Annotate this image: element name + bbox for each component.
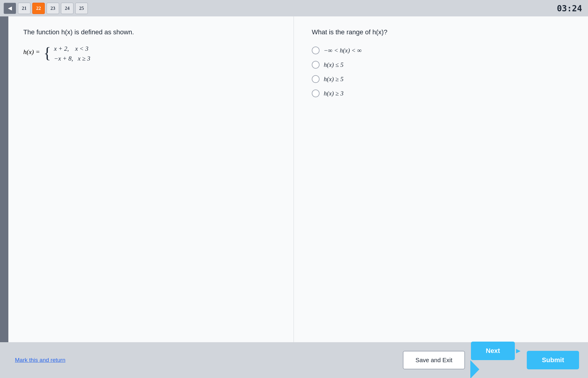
radio-A[interactable] <box>312 47 320 54</box>
question-23-button[interactable]: 23 <box>47 3 59 14</box>
case-2: −x + 8, x ≥ 3 <box>54 55 90 62</box>
question-panel: The function h(x) is defined as shown. h… <box>8 16 294 342</box>
top-navigation-bar: ◀ 21 22 23 24 25 03:24 <box>0 0 588 16</box>
answer-panel: What is the range of h(x)? −∞ < h(x) < ∞… <box>294 16 588 342</box>
function-label: h(x) = <box>23 45 40 56</box>
next-button-wrapper: Next <box>471 342 515 378</box>
radio-C[interactable] <box>312 75 320 83</box>
question-22-button[interactable]: 22 <box>32 3 45 14</box>
case2-condition: x ≥ 3 <box>78 55 90 62</box>
next-button[interactable]: Next <box>471 342 515 360</box>
case-1: x + 2, x < 3 <box>54 45 90 53</box>
main-content-area: The function h(x) is defined as shown. h… <box>8 16 588 342</box>
submit-button[interactable]: Submit <box>527 351 579 369</box>
question-24-button[interactable]: 24 <box>61 3 73 14</box>
left-sidebar-accent <box>0 16 8 342</box>
piecewise-cases: x + 2, x < 3 −x + 8, x ≥ 3 <box>54 45 90 62</box>
case2-formula: −x + 8, <box>54 55 73 62</box>
option-D[interactable]: h(x) ≥ 3 <box>312 90 570 97</box>
function-definition: h(x) = { x + 2, x < 3 −x + 8, x ≥ 3 <box>23 45 282 62</box>
option-B[interactable]: h(x) ≤ 5 <box>312 61 570 69</box>
brace-icon: { <box>44 45 51 61</box>
option-D-text: h(x) ≥ 3 <box>324 90 343 97</box>
case1-condition: x < 3 <box>75 45 88 52</box>
save-exit-button[interactable]: Save and Exit <box>403 351 465 369</box>
next-arrow-decoration <box>470 360 479 378</box>
brace-container: { x + 2, x < 3 −x + 8, x ≥ 3 <box>44 45 90 62</box>
mark-return-link[interactable]: Mark this and return <box>15 357 65 363</box>
radio-D[interactable] <box>312 90 320 97</box>
option-B-text: h(x) ≤ 5 <box>324 61 343 69</box>
option-A[interactable]: −∞ < h(x) < ∞ <box>312 47 570 54</box>
option-A-text: −∞ < h(x) < ∞ <box>324 47 362 54</box>
bottom-action-bar: Mark this and return Save and Exit Next … <box>0 342 588 378</box>
question-21-button[interactable]: 21 <box>18 3 30 14</box>
option-C-text: h(x) ≥ 5 <box>324 75 343 83</box>
answer-options-list: −∞ < h(x) < ∞ h(x) ≤ 5 h(x) ≥ 5 h(x) ≥ 3 <box>312 47 570 97</box>
case1-formula: x + 2, <box>54 45 69 52</box>
back-arrow-icon: ◀ <box>8 5 12 11</box>
radio-B[interactable] <box>312 61 320 69</box>
countdown-timer: 03:24 <box>557 3 582 13</box>
back-nav-button[interactable]: ◀ <box>4 3 16 14</box>
range-question-text: What is the range of h(x)? <box>312 28 570 36</box>
question-intro-text: The function h(x) is defined as shown. <box>23 28 282 36</box>
option-C[interactable]: h(x) ≥ 5 <box>312 75 570 83</box>
question-25-button[interactable]: 25 <box>75 3 88 14</box>
